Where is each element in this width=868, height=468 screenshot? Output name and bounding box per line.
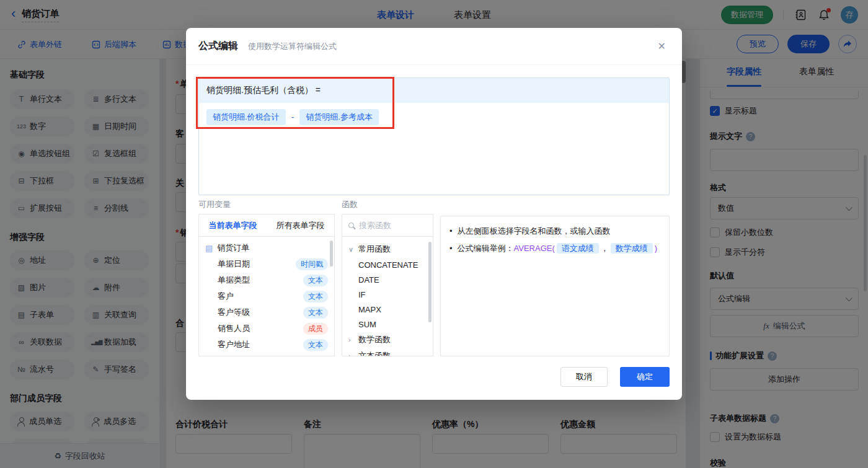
type-badge: 文本 (303, 307, 328, 319)
type-badge: 文本 (303, 339, 328, 351)
type-badge: 成员 (303, 323, 328, 335)
modal-header: 公式编辑 使用数学运算符编辑公式 ✕ (186, 28, 682, 65)
variable-tree-root[interactable]: ▤ 销货订单 (199, 240, 334, 256)
variables-panel: 当前表单字段 所有表单字段 ▤ 销货订单 单据日期时间戳 单据类型文本 客户文本… (198, 214, 335, 356)
formula-editor-area[interactable]: 销货明细.预估毛利（含税） = 销货明细.价税合计 - 销货明细.参考成本 (198, 77, 670, 195)
chevron-collapsed-icon: › (348, 336, 355, 343)
example-field-chip: 数学成绩 (611, 243, 653, 254)
formula-editor-modal: 公式编辑 使用数学运算符编辑公式 ✕ 销货明细.预估毛利（含税） = 销货明细.… (186, 28, 682, 400)
formula-operand-chip[interactable]: 销货明细.价税合计 (206, 109, 286, 125)
variables-label: 可用变量 (198, 199, 231, 210)
form-doc-icon: ▤ (205, 244, 213, 253)
variables-scrollbar[interactable] (330, 241, 333, 267)
variable-row[interactable]: 客户地址文本 (199, 337, 334, 353)
function-group-math[interactable]: ›数学函数 (342, 332, 433, 348)
tab-current-form-fields[interactable]: 当前表单字段 (199, 214, 267, 236)
formula-expression-row: 销货明细.价税合计 - 销货明细.参考成本 (199, 103, 669, 131)
chevron-expanded-icon: ∨ (348, 245, 355, 254)
function-example: AVERAGE( (514, 244, 555, 253)
chevron-collapsed-icon: › (348, 352, 355, 356)
modal-footer: 取消 确定 (560, 367, 670, 387)
form-designer-app: ‹ 销货订单 表单设计 表单设置 数据管理 存 表单外链 后端脚本 (0, 0, 868, 468)
tab-all-form-fields[interactable]: 所有表单字段 (267, 214, 334, 236)
function-group-common[interactable]: ∨常用函数 (342, 241, 433, 257)
type-badge: 时间戳 (296, 258, 328, 270)
modal-title: 公式编辑 (198, 40, 238, 53)
close-icon[interactable]: ✕ (658, 40, 666, 52)
variable-row[interactable]: 销售人员成员 (199, 320, 334, 337)
function-item[interactable]: MAPX (342, 302, 433, 317)
functions-panel: 搜索函数 ∨常用函数 CONCATENATE DATE IF MAPX SUM … (342, 214, 433, 356)
variable-row[interactable]: 客户文本 (199, 288, 334, 304)
function-item[interactable]: IF (342, 287, 433, 302)
variable-row[interactable]: 单据类型文本 (199, 272, 334, 288)
type-badge: 文本 (303, 275, 328, 286)
search-icon (348, 223, 354, 228)
variable-row[interactable]: 客户等级文本 (199, 304, 334, 320)
variable-row[interactable]: 单据日期时间戳 (199, 256, 334, 272)
functions-scrollbar[interactable] (428, 242, 432, 322)
minus-operator: - (291, 112, 294, 122)
tips-panel: •从左侧面板选择字段名和函数，或输入函数 • 公式编辑举例：AVERAGE(语文… (440, 216, 670, 356)
tip-line-1: •从左侧面板选择字段名和函数，或输入函数 (450, 225, 660, 237)
type-badge: 文本 (303, 291, 328, 302)
function-group-text[interactable]: ›文本函数 (342, 348, 433, 356)
modal-subtitle: 使用数学运算符编辑公式 (248, 41, 337, 52)
cancel-button[interactable]: 取消 (560, 367, 608, 387)
function-search-input[interactable]: 搜索函数 (342, 214, 433, 237)
function-item[interactable]: CONCATENATE (342, 257, 433, 272)
search-placeholder: 搜索函数 (359, 220, 391, 231)
formula-operand-chip[interactable]: 销货明细.参考成本 (299, 109, 379, 125)
tip-line-2: • 公式编辑举例：AVERAGE(语文成绩，数学成绩) (450, 242, 660, 255)
functions-label: 函数 (342, 199, 358, 210)
function-item[interactable]: DATE (342, 272, 433, 287)
confirm-button[interactable]: 确定 (620, 367, 670, 387)
example-field-chip: 语文成绩 (557, 243, 599, 254)
function-item[interactable]: SUM (342, 317, 433, 332)
formula-target-row: 销货明细.预估毛利（含税） = (199, 78, 669, 103)
variables-tabs: 当前表单字段 所有表单字段 (199, 214, 334, 237)
